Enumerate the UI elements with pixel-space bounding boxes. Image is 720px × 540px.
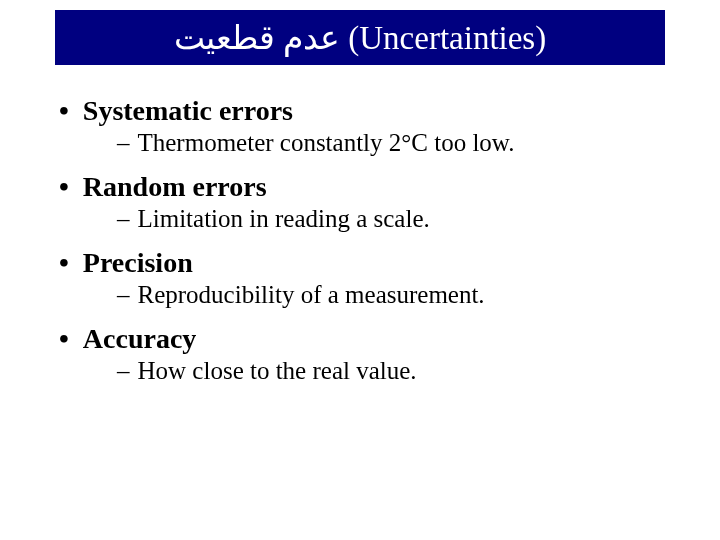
slide-title: عدم قطعیت (Uncertainties) xyxy=(55,10,665,65)
sub-text: Thermometer constantly 2°C too low. xyxy=(138,129,515,157)
list-item: • Precision – Reproducibility of a measu… xyxy=(55,247,665,309)
sub-text: Reproducibility of a measurement. xyxy=(138,281,485,309)
dash-icon: – xyxy=(117,129,130,157)
dash-icon: – xyxy=(117,357,130,385)
dash-icon: – xyxy=(117,281,130,309)
slide-content: • Systematic errors – Thermometer consta… xyxy=(0,65,720,385)
sub-bullet: – Reproducibility of a measurement. xyxy=(117,281,665,309)
sub-text: How close to the real value. xyxy=(138,357,417,385)
sub-bullet: – Thermometer constantly 2°C too low. xyxy=(117,129,665,157)
sub-bullet: – Limitation in reading a scale. xyxy=(117,205,665,233)
main-bullet: • Accuracy xyxy=(55,323,665,355)
heading-text: Accuracy xyxy=(83,323,197,355)
bullet-icon: • xyxy=(59,95,69,127)
list-item: • Accuracy – How close to the real value… xyxy=(55,323,665,385)
bullet-icon: • xyxy=(59,247,69,279)
heading-text: Precision xyxy=(83,247,193,279)
sub-bullet: – How close to the real value. xyxy=(117,357,665,385)
heading-text: Systematic errors xyxy=(83,95,293,127)
main-bullet: • Systematic errors xyxy=(55,95,665,127)
heading-text: Random errors xyxy=(83,171,267,203)
bullet-icon: • xyxy=(59,171,69,203)
bullet-icon: • xyxy=(59,323,69,355)
list-item: • Random errors – Limitation in reading … xyxy=(55,171,665,233)
dash-icon: – xyxy=(117,205,130,233)
main-bullet: • Precision xyxy=(55,247,665,279)
sub-text: Limitation in reading a scale. xyxy=(138,205,430,233)
list-item: • Systematic errors – Thermometer consta… xyxy=(55,95,665,157)
main-bullet: • Random errors xyxy=(55,171,665,203)
